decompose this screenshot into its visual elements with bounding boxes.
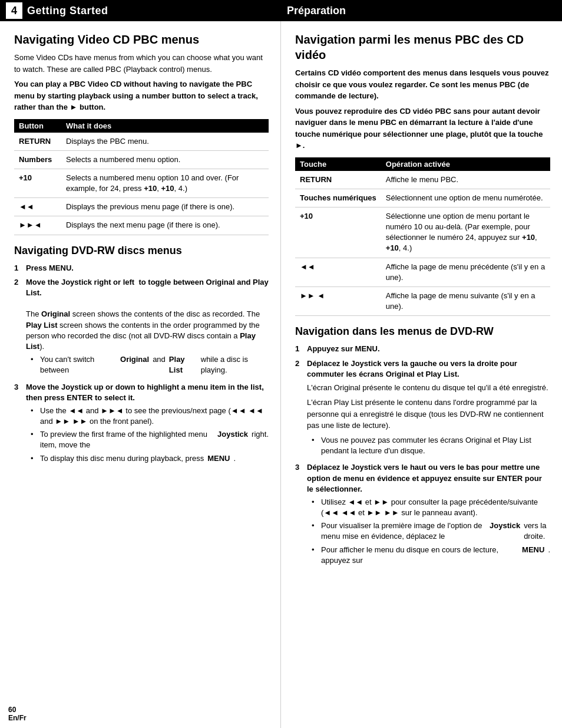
left-table-desc: Displays the next menu page (if there is…	[61, 216, 269, 235]
left-step3-content: Move the Joystick up or down to highligh…	[26, 382, 269, 466]
right-table-row: +10Sélectionne une option de menu portan…	[295, 207, 550, 258]
right-table-desc: Sélectionne une option de menu portant l…	[381, 207, 550, 258]
footer-page: 60	[8, 706, 16, 714]
header-right-title: Préparation	[287, 5, 346, 17]
right-table-button: ◄◄	[295, 258, 381, 286]
left-section2-title: Navigating DVD-RW discs menus	[14, 245, 269, 257]
right-step2-bullet1: Vous ne pouvez pas commuter les écrans O…	[307, 435, 550, 456]
left-table-desc: Displays the PBC menu.	[61, 133, 269, 151]
left-step2-para1: The Original screen shows the contents o…	[26, 309, 260, 351]
right-section2-title: Navigation dans les menus de DVD-RW	[295, 325, 550, 338]
left-table-row: ►►◄Displays the next menu page (if there…	[14, 216, 269, 235]
left-step2-num: 2	[14, 277, 22, 378]
page-number: 4	[6, 2, 22, 19]
left-table-desc: Selects a numbered menu option.	[61, 150, 269, 169]
left-step3-bullet3: To display this disc menu during playbac…	[26, 453, 269, 464]
left-step2-bullets: You can't switch between Original and Pl…	[26, 354, 269, 375]
left-step1: 1 Press MENU.	[14, 263, 269, 274]
right-table-col2-header: Opération activée	[381, 157, 550, 171]
header-right: Préparation	[281, 0, 562, 21]
left-section1-title: Navigating Video CD PBC menus	[14, 32, 269, 47]
right-step3: 3 Déplacez le Joystick vers le haut ou v…	[295, 462, 550, 568]
left-table-button: ►►◄	[14, 216, 61, 235]
right-step3-bullets: Utilisez ◄◄ et ►► pour consulter la page…	[307, 497, 550, 566]
page-footer: 60 En/Fr	[8, 706, 27, 722]
left-step3-bullets: Use the ◄◄ and ►►◄ to see the previous/n…	[26, 406, 269, 464]
left-table-button: Numbers	[14, 150, 61, 169]
table-col1-header: Button	[14, 119, 61, 133]
footer-lang: En/Fr	[8, 714, 27, 722]
left-table-desc: Selects a numbered menu option 10 and ov…	[61, 169, 269, 197]
right-table-row: Touches numériquesSélectionnent une opti…	[295, 189, 550, 207]
left-step3-bullet2: To preview the first frame of the highli…	[26, 429, 269, 450]
left-table-row: NumbersSelects a numbered menu option.	[14, 150, 269, 169]
left-step2: 2 Move the Joystick right or left to tog…	[14, 277, 269, 378]
header-left-title: Getting Started	[27, 5, 108, 17]
left-table-row: +10Selects a numbered menu option 10 and…	[14, 169, 269, 197]
right-table-desc: Sélectionnent une option de menu numérot…	[381, 189, 550, 207]
right-step2-num: 2	[295, 358, 303, 459]
right-table-row: RETURNAffiche le menu PBC.	[295, 171, 550, 189]
header-left: 4 Getting Started	[0, 0, 281, 21]
main-content: Navigating Video CD PBC menus Some Video…	[0, 21, 562, 728]
left-column: Navigating Video CD PBC menus Some Video…	[0, 21, 281, 728]
left-step1-num: 1	[14, 263, 22, 274]
right-step2-content: Déplacez le Joystick vers la gauche ou v…	[307, 358, 550, 459]
right-table-button: ►► ◄	[295, 287, 381, 316]
left-step1-content: Press MENU.	[26, 263, 269, 274]
right-section1-intro2: Vous pouvez reproduire des CD vidéo PBC …	[295, 106, 550, 151]
left-table-row: RETURNDisplays the PBC menu.	[14, 133, 269, 151]
right-step3-bullet1: Utilisez ◄◄ et ►► pour consulter la page…	[307, 497, 550, 518]
right-table-desc: Affiche la page de menu suivante (s'il y…	[381, 287, 550, 316]
right-step1-content: Appuyez sur MENU.	[307, 344, 550, 354]
left-step3-num: 3	[14, 382, 22, 466]
right-table-row: ◄◄Affiche la page de menu précédente (s'…	[295, 258, 550, 286]
right-pbc-table: Touche Opération activée RETURNAffiche l…	[295, 157, 550, 317]
left-table-button: ◄◄	[14, 198, 61, 216]
right-section1-intro1: Certains CD vidéo comportent des menus d…	[295, 67, 550, 102]
left-table-desc: Displays the previous menu page (if ther…	[61, 198, 269, 216]
right-table-button: Touches numériques	[295, 189, 381, 207]
left-step2-content: Move the Joystick right or left to toggl…	[26, 277, 269, 378]
right-section1-title: Navigation parmi les menus PBC des CD vi…	[295, 32, 550, 62]
page-header: 4 Getting Started Préparation	[0, 0, 562, 21]
right-table-button: RETURN	[295, 171, 381, 189]
right-table-desc: Affiche le menu PBC.	[381, 171, 550, 189]
left-table-button: +10	[14, 169, 61, 197]
left-section1-intro2: You can play a PBC Video CD without havi…	[14, 78, 269, 113]
left-dvdrw-steps: 1 Press MENU. 2 Move the Joystick right …	[14, 263, 269, 466]
left-pbc-table: Button What it does RETURNDisplays the P…	[14, 119, 269, 235]
right-dvdrw-steps: 1 Appuyez sur MENU. 2 Déplacez le Joysti…	[295, 344, 550, 568]
right-step3-content: Déplacez le Joystick vers le haut ou ver…	[307, 462, 550, 568]
right-step2: 2 Déplacez le Joystick vers la gauche ou…	[295, 358, 550, 459]
left-table-button: RETURN	[14, 133, 61, 151]
right-step1: 1 Appuyez sur MENU.	[295, 344, 550, 354]
left-step3: 3 Move the Joystick up or down to highli…	[14, 382, 269, 466]
right-table-row: ►► ◄Affiche la page de menu suivante (s'…	[295, 287, 550, 316]
table-col2-header: What it does	[61, 119, 269, 133]
right-table-desc: Affiche la page de menu précédente (s'il…	[381, 258, 550, 286]
right-column: Navigation parmi les menus PBC des CD vi…	[281, 21, 562, 728]
right-step2-para2: L'écran Play List présente le contenu da…	[307, 397, 550, 431]
right-table-col1-header: Touche	[295, 157, 381, 171]
right-table-button: +10	[295, 207, 381, 258]
right-step2-para1: L'écran Original présente le contenu du …	[307, 382, 550, 394]
right-step2-bullets: Vous ne pouvez pas commuter les écrans O…	[307, 435, 550, 456]
left-step2-bullet1: You can't switch between Original and Pl…	[26, 354, 269, 375]
right-step3-bullet2: Pour visualiser la première image de l'o…	[307, 521, 550, 542]
right-step3-bullet3: Pour afficher le menu du disque en cours…	[307, 545, 550, 566]
left-step3-bullet1: Use the ◄◄ and ►►◄ to see the previous/n…	[26, 406, 269, 427]
left-section1-intro1: Some Video CDs have menus from which you…	[14, 52, 269, 75]
left-table-row: ◄◄Displays the previous menu page (if th…	[14, 198, 269, 216]
right-step3-num: 3	[295, 462, 303, 568]
right-step1-num: 1	[295, 344, 303, 354]
